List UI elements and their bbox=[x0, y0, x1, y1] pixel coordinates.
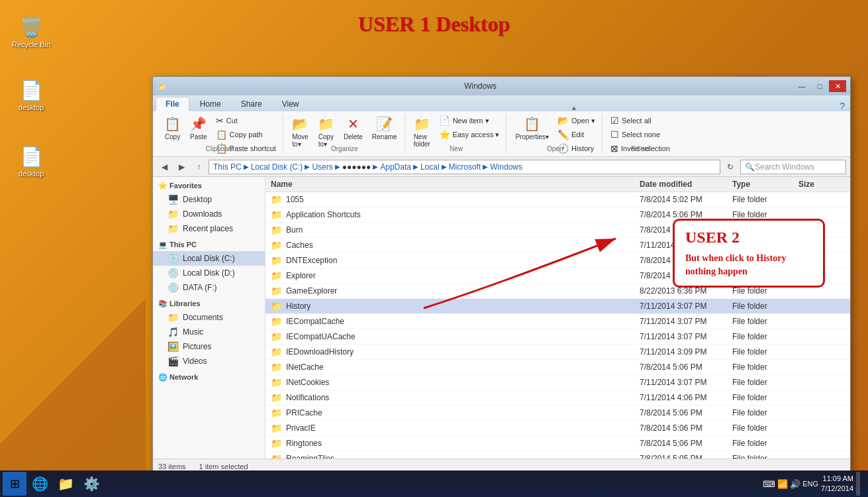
taskbar-system-icons: ⌨ 📶 🔊 ENG bbox=[763, 479, 818, 489]
folder-icon: 📁 bbox=[271, 194, 282, 205]
rename-button[interactable]: 📝 Rename bbox=[369, 114, 401, 142]
sidebar-item-recent[interactable]: 📁 Recent places bbox=[153, 221, 265, 236]
file-name: GameExplorer bbox=[286, 286, 640, 296]
sidebar-item-locald[interactable]: 💿 Local Disk (D:) bbox=[153, 266, 265, 280]
ribbon-tabs: File Home Share View ▲ ? bbox=[153, 95, 850, 111]
sidebar-item-pictures[interactable]: 🖼️ Pictures bbox=[153, 339, 265, 354]
delete-button[interactable]: ✕ Delete bbox=[340, 114, 366, 142]
paste-button[interactable]: 📌 Paste bbox=[187, 114, 211, 142]
sidebar-section-thispc: 💻 This PC 💿 Local Disk (C:) 💿 Local Disk… bbox=[153, 239, 265, 295]
properties-button[interactable]: 📋 Properties▾ bbox=[512, 114, 552, 142]
file-row[interactable]: 📁 History 7/11/2014 3:07 PM File folder bbox=[265, 299, 850, 314]
folder-icon: 📁 bbox=[271, 408, 282, 418]
sidebar-section-network: 🌐 Network bbox=[153, 371, 265, 384]
copy-button[interactable]: 📋 Copy bbox=[161, 114, 184, 142]
sidebar-favorites-header[interactable]: ⭐ Favorites bbox=[153, 180, 265, 192]
taskbar-right: ⌨ 📶 🔊 ENG 11:09 AM 7/12/2014 bbox=[763, 472, 865, 496]
file-row[interactable]: 📁 PrivacIE 7/8/2014 5:06 PM File folder bbox=[265, 421, 850, 436]
sidebar-libraries-header[interactable]: 📚 Libraries bbox=[153, 298, 265, 310]
close-button[interactable]: ✕ bbox=[829, 80, 846, 92]
file-row[interactable]: 📁 Notifications 7/11/2014 4:06 PM File f… bbox=[265, 390, 850, 406]
file-row[interactable]: 📁 IEDownloadHistory 7/11/2014 3:09 PM Fi… bbox=[265, 345, 850, 360]
folder-icon: 📁 bbox=[271, 392, 282, 403]
file-name: Application Shortcuts bbox=[286, 210, 640, 219]
taskbar-explorer-button[interactable]: 📁 bbox=[54, 472, 78, 496]
recycle-bin-icon[interactable]: 🗑️ Recycle Bin bbox=[8, 17, 54, 48]
new-label: New bbox=[407, 145, 506, 152]
path-appdata[interactable]: AppData bbox=[380, 162, 411, 172]
sidebar-item-music[interactable]: 🎵 Music bbox=[153, 325, 265, 339]
file-name: Caches bbox=[286, 241, 640, 250]
file-type: File folder bbox=[732, 362, 798, 372]
window-title: Windows bbox=[170, 82, 791, 91]
tab-home[interactable]: Home bbox=[191, 97, 230, 111]
desktop-icon-1[interactable]: 📄 desktop bbox=[8, 80, 54, 111]
folder-icon: 📁 bbox=[271, 255, 282, 266]
file-date: 7/8/2014 5:05 PM bbox=[640, 454, 732, 459]
select-all-button[interactable]: ☑ Select all bbox=[608, 114, 673, 127]
edit-button[interactable]: ✏️ Edit bbox=[555, 128, 598, 141]
path-users[interactable]: Users bbox=[312, 162, 332, 172]
easy-access-button[interactable]: ⭐ Easy access ▾ bbox=[436, 128, 503, 141]
tab-share[interactable]: Share bbox=[232, 97, 271, 111]
file-row[interactable]: 📁 IECompatUACache 7/11/2014 3:07 PM File… bbox=[265, 329, 850, 345]
copy-path-button[interactable]: 📋 Copy path bbox=[213, 128, 279, 141]
folder-icon: 📁 bbox=[271, 225, 282, 235]
file-row[interactable]: 📁 1055 7/8/2014 5:02 PM File folder bbox=[265, 192, 850, 207]
show-desktop-button[interactable] bbox=[856, 472, 860, 496]
folder-icon: 📁 bbox=[271, 301, 282, 311]
new-item-button[interactable]: 📄 New item ▾ bbox=[436, 114, 503, 127]
file-type: File folder bbox=[732, 317, 798, 326]
file-date: 7/11/2014 4:06 PM bbox=[640, 393, 732, 402]
lang-indicator[interactable]: ENG bbox=[802, 480, 818, 488]
sidebar-item-documents[interactable]: 📁 Documents bbox=[153, 310, 265, 325]
taskbar-clock[interactable]: 11:09 AM 7/12/2014 bbox=[821, 474, 853, 494]
file-row[interactable]: 📁 INetCache 7/8/2014 5:06 PM File folder bbox=[265, 360, 850, 375]
move-to-button[interactable]: 📂 Moveto▾ bbox=[289, 114, 312, 150]
sidebar-thispc-header[interactable]: 💻 This PC bbox=[153, 239, 265, 251]
ribbon-collapse-button[interactable]: ▲ bbox=[571, 104, 577, 111]
folder-icon: 📁 bbox=[271, 438, 282, 449]
file-type: File folder bbox=[732, 454, 798, 459]
sidebar-item-downloads[interactable]: 📁 Downloads bbox=[153, 207, 265, 221]
help-button[interactable]: ? bbox=[840, 101, 845, 111]
path-user[interactable]: ●●●●●● bbox=[342, 162, 371, 172]
taskbar-ie-button[interactable]: 🌐 bbox=[28, 472, 52, 496]
path-microsoft[interactable]: Microsoft bbox=[449, 162, 481, 172]
file-date: 7/11/2014 3:07 PM bbox=[640, 332, 732, 341]
sidebar-item-videos[interactable]: 🎬 Videos bbox=[153, 354, 265, 368]
desktop-icon-2[interactable]: 📄 desktop bbox=[8, 146, 54, 178]
file-row[interactable]: 📁 IECompatCache 7/11/2014 3:07 PM File f… bbox=[265, 314, 850, 329]
start-button[interactable]: ⊞ bbox=[3, 472, 26, 496]
copy-to-button[interactable]: 📁 Copyto▾ bbox=[314, 114, 338, 150]
sidebar-item-dataf[interactable]: 💿 DATA (F:) bbox=[153, 280, 265, 295]
file-date: 7/11/2014 3:07 PM bbox=[640, 302, 732, 311]
file-row[interactable]: 📁 Ringtones 7/8/2014 5:06 PM File folder bbox=[265, 436, 850, 451]
select-none-button[interactable]: ☐ Select none bbox=[608, 128, 673, 141]
sidebar-item-localc[interactable]: 💿 Local Disk (C:) bbox=[153, 251, 265, 266]
tab-file[interactable]: File bbox=[156, 97, 189, 111]
clock-date: 7/12/2014 bbox=[821, 484, 853, 494]
file-name: INetCookies bbox=[286, 378, 640, 387]
new-folder-button[interactable]: 📁 Newfolder bbox=[410, 114, 434, 150]
refresh-button[interactable]: ↻ bbox=[723, 160, 738, 174]
path-local[interactable]: Local bbox=[420, 162, 440, 172]
title-bar: 📁 Windows — □ ✕ bbox=[153, 77, 850, 95]
folder-icon: 📁 bbox=[271, 423, 282, 433]
tab-view[interactable]: View bbox=[273, 97, 309, 111]
cut-button[interactable]: ✂ Cut bbox=[213, 114, 279, 127]
folder-icon: 📁 bbox=[271, 316, 282, 327]
taskbar-settings-button[interactable]: ⚙️ bbox=[79, 472, 104, 496]
file-type: File folder bbox=[732, 332, 798, 341]
search-box[interactable]: 🔍 Search Windows bbox=[740, 160, 846, 174]
file-name: INetCache bbox=[286, 362, 640, 372]
maximize-button[interactable]: □ bbox=[811, 80, 828, 92]
file-row[interactable]: 📁 RoamingTiles 7/8/2014 5:05 PM File fol… bbox=[265, 451, 850, 459]
open-button[interactable]: 📂 Open ▾ bbox=[555, 114, 598, 127]
minimize-button[interactable]: — bbox=[793, 80, 810, 92]
sidebar-network-header[interactable]: 🌐 Network bbox=[153, 371, 265, 384]
file-row[interactable]: 📁 INetCookies 7/11/2014 3:07 PM File fol… bbox=[265, 375, 850, 390]
sidebar-item-desktop[interactable]: 🖥️ Desktop bbox=[153, 192, 265, 207]
file-row[interactable]: 📁 PRICache 7/8/2014 5:06 PM File folder bbox=[265, 406, 850, 421]
select-label: Select bbox=[604, 145, 677, 152]
